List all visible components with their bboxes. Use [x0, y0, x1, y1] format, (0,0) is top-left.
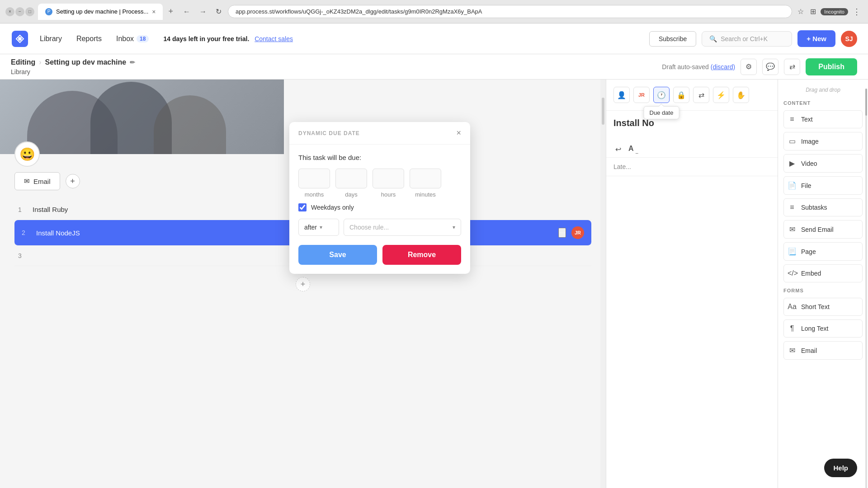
win-close-btn[interactable]: ×: [5, 7, 14, 16]
bookmark-btn[interactable]: ☆: [796, 5, 806, 18]
extensions-btn[interactable]: ⊞: [808, 5, 818, 18]
task-heading-area: Install No: [606, 111, 778, 141]
hours-input[interactable]: [373, 169, 404, 188]
win-maximize-btn[interactable]: □: [25, 7, 34, 16]
draft-saved-text: Draft auto-saved (discard): [662, 63, 735, 70]
undo-btn[interactable]: ↩: [613, 143, 623, 155]
days-input[interactable]: [335, 169, 367, 188]
reload-btn[interactable]: ↻: [213, 5, 224, 18]
forward-btn[interactable]: →: [197, 6, 209, 18]
subtasks-icon: ≡: [788, 203, 797, 211]
inbox-nav-link: Inbox: [116, 35, 134, 43]
svg-point-1: [18, 37, 22, 41]
subscribe-btn[interactable]: Subscribe: [649, 31, 696, 47]
sidebar-label-file: File: [801, 182, 811, 189]
email-btn-icon: ✉: [24, 177, 30, 185]
rule-select-placeholder: Choose rule...: [349, 224, 389, 231]
tab-close-btn[interactable]: ×: [152, 8, 156, 15]
active-tab[interactable]: P Setting up dev machine | Process... ×: [38, 4, 163, 20]
tab-favicon-icon: P: [45, 8, 52, 15]
sidebar-item-page[interactable]: 📃 Page: [783, 242, 863, 261]
discard-link[interactable]: (discard): [711, 63, 735, 70]
new-btn[interactable]: + New: [797, 30, 835, 47]
toolbar-row: 👤 JR 🕐 Due date 🔒 ⇄ ⚡ ✋: [606, 80, 778, 111]
sidebar-item-long-text[interactable]: ¶ Long Text: [783, 319, 863, 338]
email-form-icon: ✉: [788, 346, 797, 355]
forms-section-title: FORMS: [783, 288, 863, 293]
hours-input-group: hours: [373, 169, 404, 198]
app-logo[interactable]: [11, 30, 29, 48]
back-btn[interactable]: ←: [180, 6, 193, 18]
modal-close-btn[interactable]: ×: [456, 128, 461, 138]
minutes-input[interactable]: [410, 169, 441, 188]
window-controls[interactable]: × − □: [5, 7, 34, 16]
sidebar-item-image[interactable]: ▭ Image: [783, 132, 863, 150]
help-btn[interactable]: Help: [824, 459, 857, 477]
win-minimize-btn[interactable]: −: [15, 7, 24, 16]
shuffle-icon: ⇄: [698, 91, 704, 99]
user-avatar[interactable]: SJ: [841, 31, 857, 47]
sidebar-item-embed[interactable]: </> Embed: [783, 264, 863, 282]
add-item-btn[interactable]: +: [66, 174, 80, 188]
user-icon: 👤: [617, 91, 626, 99]
library-breadcrumb-link[interactable]: Library: [11, 68, 135, 75]
toolbar-icon-user[interactable]: 👤: [613, 87, 630, 103]
toolbar-icon-lightning[interactable]: ⚡: [713, 87, 729, 103]
toolbar-icon-avatar[interactable]: JR: [633, 87, 650, 103]
minutes-input-group: minutes: [410, 169, 441, 198]
file-icon: 📄: [788, 181, 797, 190]
publish-btn[interactable]: Publish: [806, 58, 857, 75]
months-input[interactable]: [298, 169, 330, 188]
editing-actions: Draft auto-saved (discard) ⚙ 💬 ⇄ Publish: [662, 58, 857, 75]
task-num-active: 2: [22, 229, 31, 236]
sidebar-item-file[interactable]: 📄 File: [783, 176, 863, 195]
editing-label: Editing: [11, 58, 35, 66]
format-row: ↩ A _: [606, 141, 778, 158]
remove-btn[interactable]: Remove: [382, 245, 461, 265]
task-title[interactable]: Install No: [613, 118, 770, 128]
browser-menu-btn[interactable]: ⋮: [851, 5, 863, 19]
left-scroll[interactable]: [600, 80, 606, 488]
new-tab-btn[interactable]: +: [165, 5, 177, 18]
email-btn[interactable]: ✉ Email: [14, 172, 60, 190]
task-emoji-avatar[interactable]: 😀: [14, 141, 40, 167]
edit-icon[interactable]: ✏: [130, 59, 135, 66]
contact-sales-link[interactable]: Contact sales: [255, 35, 293, 42]
toolbar-icon-hand[interactable]: ✋: [733, 87, 749, 103]
browser-chrome: × − □ P Setting up dev machine | Process…: [0, 0, 868, 23]
task-num: 1: [18, 206, 27, 213]
format-text-btn[interactable]: A _: [627, 143, 640, 155]
email-btn-label: Email: [33, 178, 51, 185]
address-bar[interactable]: app.process.st/workflows/uQGGj-_oKZ43zDM…: [228, 5, 792, 18]
after-select[interactable]: after ▾: [298, 219, 339, 236]
comment-icon-btn[interactable]: 💬: [762, 59, 778, 75]
library-nav-link[interactable]: Library: [40, 35, 62, 43]
sidebar-item-send-email[interactable]: ✉ Send Email: [783, 220, 863, 239]
toolbar-icon-shuffle[interactable]: ⇄: [693, 87, 709, 103]
sidebar-item-email-form[interactable]: ✉ Email: [783, 341, 863, 360]
rule-select[interactable]: Choose rule... ▾: [344, 219, 461, 236]
content-section-title: CONTENT: [783, 100, 863, 106]
task-more-btn[interactable]: ···: [558, 228, 566, 238]
sidebar-label-send-email: Send Email: [801, 226, 834, 233]
sidebar-item-text[interactable]: ≡ Text: [783, 110, 863, 128]
toolbar-icon-lock[interactable]: 🔒: [673, 87, 689, 103]
clock-icon: 🕐: [657, 91, 666, 99]
search-box[interactable]: 🔍 Search or Ctrl+K: [702, 31, 792, 47]
toolbar-icon-due-date[interactable]: 🕐 Due date: [653, 87, 670, 103]
shuffle-icon-btn[interactable]: ⇄: [784, 59, 800, 75]
weekdays-checkbox[interactable]: [298, 203, 307, 211]
settings-icon-btn[interactable]: ⚙: [741, 59, 757, 75]
days-input-group: days: [335, 169, 367, 198]
sidebar-scroll[interactable]: [864, 80, 868, 488]
sidebar-item-short-text[interactable]: Aa Short Text: [783, 298, 863, 316]
days-label: days: [345, 191, 357, 198]
sidebar-item-video[interactable]: ▶ Video: [783, 154, 863, 173]
sidebar-item-subtasks[interactable]: ≡ Subtasks: [783, 198, 863, 216]
search-placeholder: Search or Ctrl+K: [721, 35, 768, 42]
save-btn[interactable]: Save: [298, 245, 377, 265]
reports-nav-link[interactable]: Reports: [76, 35, 102, 43]
inbox-nav[interactable]: Inbox 18: [116, 35, 149, 43]
add-task-btn[interactable]: +: [296, 277, 310, 291]
trial-days-text: 14 days left in your free trial.: [163, 35, 249, 42]
